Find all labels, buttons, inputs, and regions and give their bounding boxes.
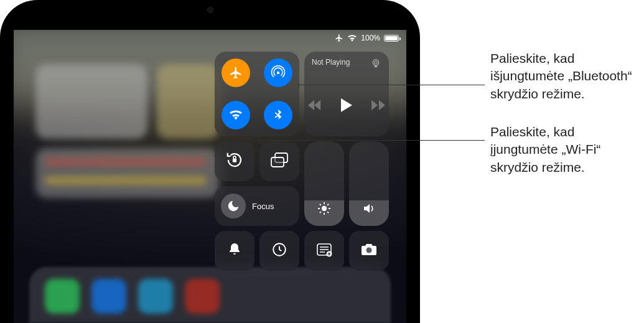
svg-point-6 — [322, 206, 327, 211]
quick-note-button[interactable] — [304, 231, 344, 271]
svg-point-0 — [277, 72, 279, 74]
media-play-button[interactable] — [340, 98, 353, 115]
media-tile[interactable]: Not Playing — [304, 52, 389, 136]
airplane-icon — [222, 59, 250, 87]
battery-icon — [384, 35, 399, 42]
connectivity-tile — [215, 52, 299, 136]
svg-point-2 — [373, 60, 379, 66]
silent-mode-button[interactable] — [215, 231, 254, 271]
ipad-screen: 100% — [14, 30, 406, 323]
svg-rect-3 — [233, 159, 236, 162]
focus-button[interactable]: Focus — [215, 186, 299, 226]
svg-point-10 — [366, 248, 372, 253]
volume-icon — [362, 201, 376, 218]
callout-leader-line — [299, 85, 485, 85]
focus-label: Focus — [252, 202, 274, 211]
ipad-frame: 100% — [0, 0, 420, 323]
media-next-button[interactable] — [371, 100, 385, 113]
brightness-icon — [317, 201, 332, 218]
screen-mirroring-icon — [270, 152, 289, 171]
bell-icon — [227, 242, 242, 260]
wifi-status-icon — [347, 34, 357, 42]
wifi-icon — [222, 101, 250, 129]
orientation-lock-icon — [225, 151, 244, 172]
camera-button[interactable] — [349, 231, 389, 271]
media-prev-button[interactable] — [308, 100, 322, 113]
callout-wifi: Palieskite, kad įjungtumėte „Wi-Fi“ skry… — [490, 123, 644, 176]
bluetooth-icon — [264, 101, 292, 129]
svg-point-1 — [375, 61, 378, 64]
status-bar: 100% — [335, 34, 399, 42]
airplay-icon[interactable] — [370, 58, 381, 71]
timer-icon — [271, 241, 287, 260]
camera-icon — [360, 243, 378, 259]
airplane-mode-toggle[interactable] — [215, 52, 257, 94]
svg-rect-5 — [271, 157, 284, 167]
airdrop-toggle[interactable] — [257, 52, 299, 94]
wifi-toggle[interactable] — [215, 94, 257, 136]
quick-note-icon — [316, 242, 332, 260]
volume-slider[interactable] — [349, 141, 389, 226]
callout-bluetooth: Palieskite, kad išjungtumėte „Bluetooth“… — [490, 50, 644, 103]
callout-leader-line — [259, 140, 485, 141]
front-camera — [207, 7, 213, 13]
brightness-slider[interactable] — [304, 141, 344, 226]
battery-percent-label: 100% — [361, 34, 380, 42]
bluetooth-toggle[interactable] — [257, 94, 299, 136]
callouts-area: Palieskite, kad išjungtumėte „Bluetooth“… — [436, 0, 644, 323]
screen-mirroring-button[interactable] — [259, 141, 299, 181]
media-status-label: Not Playing — [312, 58, 350, 67]
airplane-status-icon — [335, 34, 343, 42]
airdrop-icon — [264, 59, 292, 87]
timer-button[interactable] — [259, 231, 299, 271]
do-not-disturb-icon — [221, 194, 246, 218]
orientation-lock-button[interactable] — [215, 141, 254, 181]
